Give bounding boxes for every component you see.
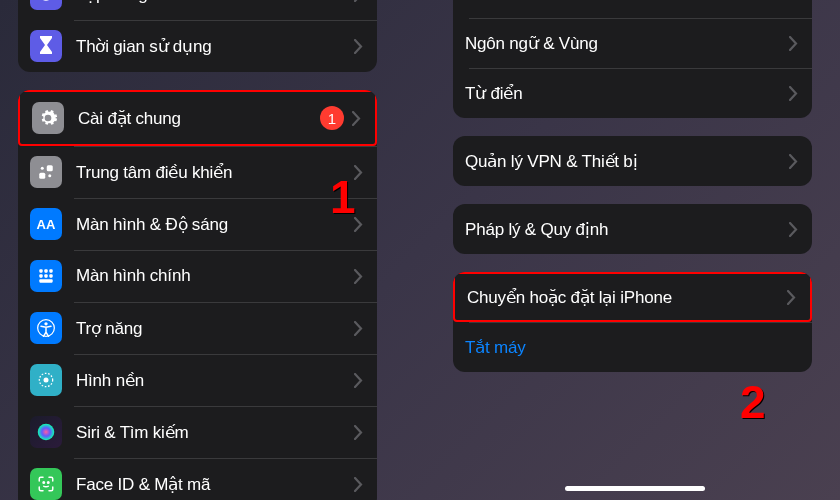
face-id-icon bbox=[30, 468, 62, 500]
home-indicator[interactable] bbox=[565, 486, 705, 491]
chevron-right-icon bbox=[352, 111, 361, 126]
group-language: Ngôn ngữ & Vùng Từ điển bbox=[453, 0, 812, 118]
group-reset: Chuyển hoặc đặt lại iPhone Tắt máy bbox=[453, 272, 812, 372]
settings-root-panel: Tập trung Thời gian sử dụng Cài đặt chun… bbox=[0, 0, 395, 500]
row-label: Chuyển hoặc đặt lại iPhone bbox=[467, 287, 787, 308]
row-chuyen-dat-lai-iphone[interactable]: Chuyển hoặc đặt lại iPhone bbox=[453, 272, 812, 322]
svg-point-12 bbox=[44, 322, 47, 325]
accessibility-icon bbox=[30, 312, 62, 344]
row-label: Pháp lý & Quy định bbox=[465, 219, 789, 240]
svg-rect-6 bbox=[49, 269, 52, 272]
group-vpn: Quản lý VPN & Thiết bị bbox=[453, 136, 812, 186]
row-label: Thời gian sử dụng bbox=[76, 36, 354, 57]
row-label: Face ID & Mật mã bbox=[76, 474, 354, 495]
row-label: Màn hình chính bbox=[76, 266, 354, 286]
chevron-right-icon bbox=[354, 373, 363, 388]
row-label: Màn hình & Độ sáng bbox=[76, 214, 354, 235]
svg-rect-5 bbox=[44, 269, 47, 272]
svg-rect-3 bbox=[47, 165, 53, 171]
row-quan-ly-vpn[interactable]: Quản lý VPN & Thiết bị bbox=[453, 136, 812, 186]
chevron-right-icon bbox=[787, 290, 796, 305]
svg-rect-1 bbox=[39, 173, 45, 179]
svg-point-0 bbox=[41, 167, 44, 170]
svg-rect-8 bbox=[44, 274, 47, 277]
chevron-right-icon bbox=[789, 154, 798, 169]
row-label: Trợ năng bbox=[76, 318, 354, 339]
row-face-id-mat-ma[interactable]: Face ID & Mật mã bbox=[18, 458, 377, 500]
chevron-right-icon bbox=[354, 477, 363, 492]
hourglass-icon bbox=[30, 30, 62, 62]
row-siri-tim-kiem[interactable]: Siri & Tìm kiếm bbox=[18, 406, 377, 458]
row-phap-ly[interactable]: Pháp lý & Quy định bbox=[453, 204, 812, 254]
group-legal: Pháp lý & Quy định bbox=[453, 204, 812, 254]
chevron-right-icon bbox=[354, 217, 363, 232]
chevron-right-icon bbox=[354, 39, 363, 54]
row-label: Hình nền bbox=[76, 370, 354, 391]
svg-point-15 bbox=[38, 424, 55, 441]
svg-point-13 bbox=[44, 378, 49, 383]
general-settings-panel: Ngôn ngữ & Vùng Từ điển Quản lý VPN & Th… bbox=[435, 0, 830, 500]
svg-point-16 bbox=[43, 482, 45, 484]
row-man-hinh-do-sang[interactable]: AA Màn hình & Độ sáng bbox=[18, 198, 377, 250]
display-brightness-icon: AA bbox=[30, 208, 62, 240]
row-tro-nang[interactable]: Trợ năng bbox=[18, 302, 377, 354]
row-ngon-ngu-vung[interactable]: Ngôn ngữ & Vùng bbox=[453, 18, 812, 68]
gear-icon bbox=[32, 102, 64, 134]
wallpaper-icon bbox=[30, 364, 62, 396]
chevron-right-icon bbox=[354, 321, 363, 336]
row-label: Quản lý VPN & Thiết bị bbox=[465, 151, 789, 172]
row-label: Cài đặt chung bbox=[78, 108, 320, 129]
svg-point-2 bbox=[48, 174, 51, 177]
row-cai-dat-chung[interactable]: Cài đặt chung 1 bbox=[18, 90, 377, 146]
chevron-right-icon bbox=[354, 0, 363, 2]
row-thoi-gian-su-dung[interactable]: Thời gian sử dụng bbox=[18, 20, 377, 72]
row-label: Trung tâm điều khiển bbox=[76, 162, 354, 183]
row-hinh-nen[interactable]: Hình nền bbox=[18, 354, 377, 406]
row-tat-may[interactable]: Tắt máy bbox=[453, 322, 812, 372]
siri-icon bbox=[30, 416, 62, 448]
svg-rect-7 bbox=[39, 274, 42, 277]
row-label: Ngôn ngữ & Vùng bbox=[465, 33, 789, 54]
chevron-right-icon bbox=[354, 165, 363, 180]
settings-group-focus: Tập trung Thời gian sử dụng bbox=[18, 0, 377, 72]
chevron-right-icon bbox=[789, 86, 798, 101]
control-center-icon bbox=[30, 156, 62, 188]
svg-point-17 bbox=[48, 482, 50, 484]
row-label: Siri & Tìm kiếm bbox=[76, 422, 354, 443]
chevron-right-icon bbox=[354, 425, 363, 440]
chevron-right-icon bbox=[789, 222, 798, 237]
row-man-hinh-chinh[interactable]: Màn hình chính bbox=[18, 250, 377, 302]
chevron-right-icon bbox=[789, 36, 798, 51]
home-screen-icon bbox=[30, 260, 62, 292]
svg-rect-10 bbox=[39, 279, 52, 282]
row-label: Từ điển bbox=[465, 83, 789, 104]
row-tu-dien[interactable]: Từ điển bbox=[453, 68, 812, 118]
chevron-right-icon bbox=[354, 269, 363, 284]
row-label: Tập trung bbox=[76, 0, 354, 5]
settings-group-general: Cài đặt chung 1 Trung tâm điều khiển AA … bbox=[18, 90, 377, 500]
svg-rect-4 bbox=[39, 269, 42, 272]
focus-icon bbox=[30, 0, 62, 10]
row-trung-tam-dieu-khien[interactable]: Trung tâm điều khiển bbox=[18, 146, 377, 198]
row-tap-trung[interactable]: Tập trung bbox=[18, 0, 377, 20]
notification-badge: 1 bbox=[320, 106, 344, 130]
row-label: Tắt máy bbox=[465, 337, 798, 358]
svg-rect-9 bbox=[49, 274, 52, 277]
